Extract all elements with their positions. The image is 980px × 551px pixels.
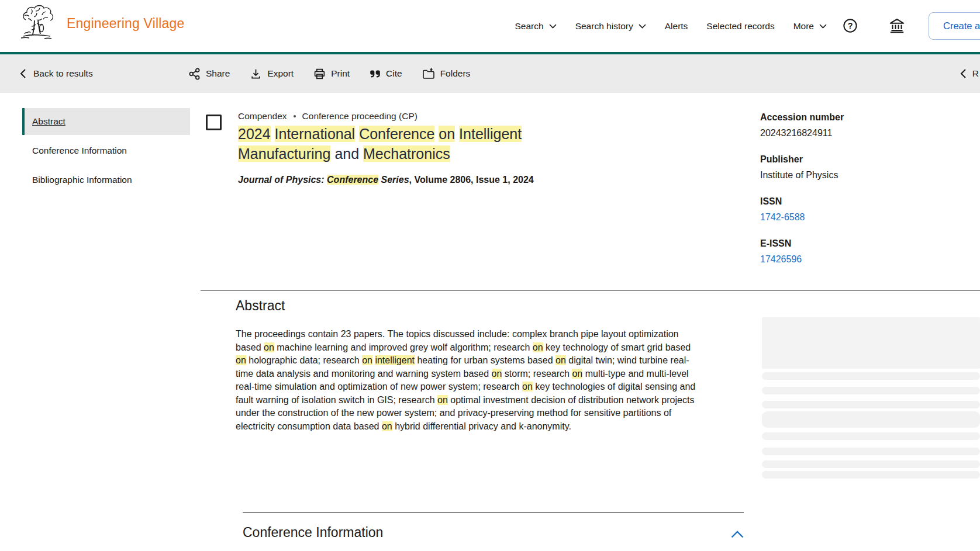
nav-alerts[interactable]: Alerts (665, 21, 688, 32)
cite-button[interactable]: Cite (370, 68, 402, 79)
export-icon (250, 68, 262, 80)
share-button[interactable]: Share (188, 68, 230, 80)
e-issn-link[interactable]: 17426596 (760, 254, 971, 265)
abstract-heading: Abstract (236, 298, 285, 314)
chevron-left-icon (20, 68, 26, 79)
detail-issn: ISSN 1742-6588 (760, 196, 971, 223)
print-icon (313, 68, 326, 80)
nav-more[interactable]: More (793, 21, 827, 32)
brand-home-link[interactable]: Engineering Village (18, 5, 185, 42)
record-meta: Compendex Conference proceeding (CP) (238, 111, 417, 122)
collapse-section-button[interactable] (731, 531, 744, 538)
brand-name: Engineering Village (67, 16, 185, 32)
svg-text:?: ? (848, 21, 853, 30)
record-toolbar: Back to results Share Export (0, 54, 980, 93)
skeleton-line (762, 460, 980, 468)
folders-icon (422, 67, 435, 80)
source-publication-line: Journal of Physics: Conference Series, V… (238, 175, 647, 185)
sidebar-item-conference-information[interactable]: Conference Information (22, 137, 190, 164)
previous-record-button[interactable]: R (960, 54, 979, 93)
section-divider (201, 290, 980, 291)
engineering-village-record-page: Engineering Village Search Search histor… (0, 0, 980, 551)
sidebar-item-abstract[interactable]: Abstract (22, 108, 190, 135)
skeleton-line (762, 432, 980, 440)
record-title: 2024 International Conference on Intelli… (238, 124, 558, 164)
chevron-left-icon (960, 68, 967, 79)
help-icon[interactable]: ? (841, 16, 860, 35)
section-divider (243, 512, 744, 513)
conference-information-heading: Conference Information (243, 525, 383, 540)
select-record-checkbox[interactable] (206, 115, 222, 130)
share-icon (188, 68, 201, 80)
skeleton-line (762, 411, 980, 428)
meta-separator-dot (294, 115, 296, 117)
top-navigation: Search Search history Alerts Selected re… (515, 0, 827, 52)
abstract-text: The proceedings contain 23 papers. The t… (236, 328, 703, 433)
create-account-button[interactable]: Create a (929, 12, 980, 40)
nav-search-history[interactable]: Search history (575, 21, 646, 32)
toolbar-actions: Share Export Print (188, 54, 470, 93)
chevron-down-icon (549, 24, 557, 29)
record-details-panel: Accession number 20243216824911 Publishe… (760, 112, 971, 280)
skeleton-line (762, 401, 980, 408)
document-type-label: Conference proceeding (CP) (302, 111, 417, 122)
nav-selected-records[interactable]: Selected records (706, 21, 774, 32)
skeleton-block (762, 317, 980, 369)
institution-icon[interactable] (888, 16, 906, 35)
record-section-nav: Abstract Conference Information Bibliogr… (22, 108, 190, 193)
print-button[interactable]: Print (313, 68, 350, 80)
loading-skeleton-panel (762, 317, 980, 487)
skeleton-line (762, 448, 980, 455)
chevron-up-icon (731, 531, 744, 538)
skeleton-line (762, 387, 980, 394)
issn-link[interactable]: 1742-6588 (760, 212, 971, 223)
detail-publisher: Publisher Institute of Physics (760, 154, 971, 181)
header: Engineering Village Search Search histor… (0, 0, 980, 52)
skeleton-line (762, 372, 980, 380)
chevron-down-icon (639, 24, 646, 29)
database-label: Compendex (238, 111, 287, 122)
detail-accession-number: Accession number 20243216824911 (760, 112, 971, 138)
chevron-down-icon (819, 24, 827, 29)
back-to-results-button[interactable]: Back to results (20, 54, 93, 93)
folders-button[interactable]: Folders (422, 67, 471, 80)
skeleton-line (762, 471, 980, 479)
export-button[interactable]: Export (250, 68, 294, 80)
cite-icon (370, 68, 381, 79)
elsevier-tree-logo-icon (18, 5, 56, 42)
nav-search[interactable]: Search (515, 21, 557, 32)
detail-e-issn: E-ISSN 17426596 (760, 238, 971, 265)
sidebar-item-bibliographic-information[interactable]: Bibliographic Information (22, 167, 190, 193)
